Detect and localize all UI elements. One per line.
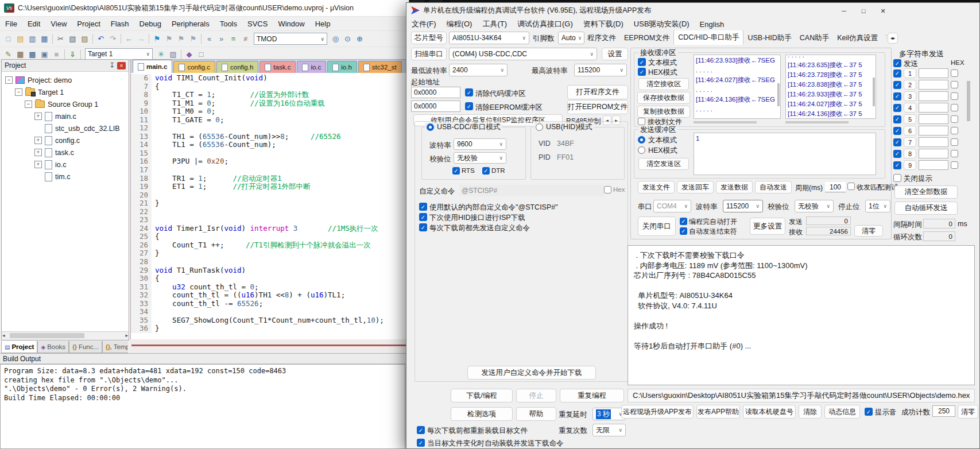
clear-all-data-button[interactable]: 清空全部数据 xyxy=(894,185,958,199)
code-line[interactable]: 32 count_th_tl = ((u16)TH1 <<8) + (u16)T… xyxy=(131,291,409,300)
multisend-row-input[interactable] xyxy=(919,149,948,158)
nav-forward-icon[interactable]: → xyxy=(135,33,147,45)
multisend-row-button[interactable]: 1 xyxy=(904,68,916,78)
uv-menu-tools[interactable]: Tools xyxy=(215,18,242,29)
receive-box-1[interactable]: [11:46:23.933]接收←7SEG. . . . .[11:46:24.… xyxy=(694,55,781,119)
indent-right-icon[interactable]: » xyxy=(215,33,227,45)
use-hid-next-checkbox[interactable] xyxy=(419,213,427,221)
multisend-row-button[interactable]: 8 xyxy=(904,149,916,158)
project-hscrollbar[interactable]: ◂ ▸ xyxy=(2,331,129,340)
clear-eeprom-checkbox[interactable] xyxy=(465,102,473,110)
multisend-row-checkbox[interactable] xyxy=(893,69,901,78)
close-icon[interactable]: × xyxy=(117,62,126,69)
symbol-combo[interactable]: TMOD xyxy=(254,33,327,45)
interval-field[interactable]: 0 xyxy=(923,219,955,229)
period-input[interactable]: 100 xyxy=(825,182,846,192)
receive-box-1-vscroll[interactable] xyxy=(777,83,780,106)
multisend-row-checkbox[interactable] xyxy=(893,138,901,146)
chip-model-button[interactable]: 芯片型号 xyxy=(411,32,447,44)
tree-item[interactable]: +io.c xyxy=(2,158,129,171)
cdc-baud-combo[interactable]: 9600 xyxy=(454,138,506,150)
multisend-row-checkbox[interactable] xyxy=(893,127,901,135)
tree-expand-icon[interactable]: + xyxy=(34,161,42,168)
uv-menu-debug[interactable]: Debug xyxy=(134,18,166,29)
isp-menu-item[interactable]: 编程(O) xyxy=(441,18,478,30)
multisend-row-checkbox[interactable] xyxy=(893,115,901,123)
tab-Keil仿真设置[interactable]: Keil仿真设置 xyxy=(833,31,882,45)
receive-to-file-checkbox[interactable] xyxy=(638,118,645,125)
receive-box-2-hscroll[interactable] xyxy=(785,121,849,123)
close-port-button[interactable]: 关闭串口 xyxy=(638,216,676,236)
copy-receive-button[interactable]: 复制接收数据 xyxy=(637,106,690,118)
send-before-download-checkbox[interactable] xyxy=(419,223,427,231)
isp-menu-item[interactable]: 调试仿真接口(G) xyxy=(512,18,578,30)
undo-icon[interactable]: ↶ xyxy=(95,33,107,45)
isp-menu-item[interactable]: 工具(T) xyxy=(477,18,512,30)
clear-log-button[interactable]: 清除 xyxy=(799,405,822,419)
uvision-titlebar[interactable]: Vs C:\Users\guoxin\Desktop\AI8051U实验箱第15… xyxy=(0,0,409,17)
tree-expand-icon[interactable]: + xyxy=(34,137,42,144)
multisend-row-hex-checkbox[interactable] xyxy=(951,81,958,88)
tree-item[interactable]: −tim.c xyxy=(2,171,129,183)
uv-menu-window[interactable]: Window xyxy=(273,18,309,29)
code-line[interactable]: 7{ xyxy=(131,83,409,91)
remote-publish-button[interactable]: 远程现场升级APP发布 xyxy=(621,405,694,419)
editor-tab-task.c[interactable]: task.c xyxy=(259,61,296,73)
help-button[interactable]: 帮助 xyxy=(516,407,556,421)
multisend-row-checkbox[interactable] xyxy=(893,92,901,100)
save-icon[interactable]: ▥ xyxy=(26,33,38,45)
tree-item[interactable]: −Source Group 1 xyxy=(2,98,129,110)
multisend-row-input[interactable] xyxy=(919,103,948,113)
isp-menu-item[interactable]: 资料下载(D) xyxy=(578,18,629,30)
find-in-files-icon[interactable]: ◎ xyxy=(330,33,342,45)
multisend-row-input[interactable] xyxy=(919,137,948,147)
cdc-parity-combo[interactable]: 无校验 xyxy=(454,152,506,164)
check-options-button[interactable]: 检测选项 xyxy=(451,407,513,421)
panel-tab-Temp[interactable]: {},Temp... xyxy=(102,341,128,353)
tree-item[interactable]: −Target 1 xyxy=(2,86,129,98)
bookmark-clear-icon[interactable]: ⚑ xyxy=(187,33,199,45)
multisend-row-input[interactable] xyxy=(919,160,948,170)
receive-box-2[interactable]: . . . . .[11:46:23.635]接收←37 5[11:46:23.… xyxy=(785,55,876,119)
send-command-and-download-button[interactable]: 发送用户自定义命令并开始下载 xyxy=(467,366,596,380)
code-line[interactable]: 17 xyxy=(131,166,409,175)
uv-menu-file[interactable]: File xyxy=(0,18,22,29)
target-options-icon[interactable]: ✳ xyxy=(155,48,167,60)
tree-expand-icon[interactable]: + xyxy=(34,113,42,120)
editor-splitter[interactable] xyxy=(130,339,409,353)
rts-checkbox[interactable] xyxy=(452,167,460,175)
code-line[interactable]: 34 xyxy=(131,308,409,316)
code-line[interactable]: 23 xyxy=(131,216,409,225)
bookmark-prev-icon[interactable]: ⚑ xyxy=(163,33,175,45)
multisend-row-checkbox[interactable] xyxy=(893,81,901,89)
uncomment-icon[interactable]: ≠ xyxy=(239,33,251,45)
uv-menu-peripherals[interactable]: Peripherals xyxy=(166,18,215,29)
multisend-row-button[interactable]: 6 xyxy=(904,126,916,136)
port-settings-button[interactable]: 设置 xyxy=(602,48,628,60)
code-line[interactable]: 26 Count_T1 ++; //T1引脚检测到十个脉冲就会溢出一次 xyxy=(131,241,409,250)
uv-menu-edit[interactable]: Edit xyxy=(22,18,45,29)
match-test-checkbox[interactable] xyxy=(847,183,855,190)
send-hexmode-radio[interactable] xyxy=(638,146,645,154)
auto-end-checkbox[interactable] xyxy=(680,227,687,235)
multisend-row-hex-checkbox[interactable] xyxy=(951,115,958,123)
use-default-command-checkbox[interactable] xyxy=(419,203,427,211)
code-line[interactable]: 14 TL1 = (65536-Count_num); xyxy=(131,141,409,149)
scan-port-button[interactable]: 扫描串口 xyxy=(411,48,447,60)
build-output[interactable]: Program Size: data=8.3 edata+hdata=481 x… xyxy=(0,364,405,449)
close-tip-checkbox[interactable] xyxy=(893,174,901,182)
multisend-row-checkbox[interactable] xyxy=(893,150,901,158)
isp-menu-item[interactable]: English xyxy=(695,20,730,29)
tab-CDC/HID-串口助手[interactable]: CDC/HID-串口助手 xyxy=(673,30,743,45)
close-icon[interactable]: ✕ xyxy=(874,4,892,18)
redo-icon[interactable]: ↷ xyxy=(107,33,119,45)
download-icon[interactable]: ⇓ xyxy=(67,48,79,60)
multisend-row-hex-checkbox[interactable] xyxy=(951,104,958,111)
new-file-icon[interactable]: □ xyxy=(2,33,14,45)
tree-item[interactable]: −Project: demo xyxy=(2,74,129,86)
multisend-row-checkbox[interactable] xyxy=(893,104,901,112)
multisend-row-input[interactable] xyxy=(919,114,948,124)
target-combo[interactable]: Target 1 xyxy=(85,48,153,60)
uv-menu-project[interactable]: Project xyxy=(72,18,105,29)
code-line[interactable]: 33 count_th_tl -= 65526; xyxy=(131,300,409,308)
